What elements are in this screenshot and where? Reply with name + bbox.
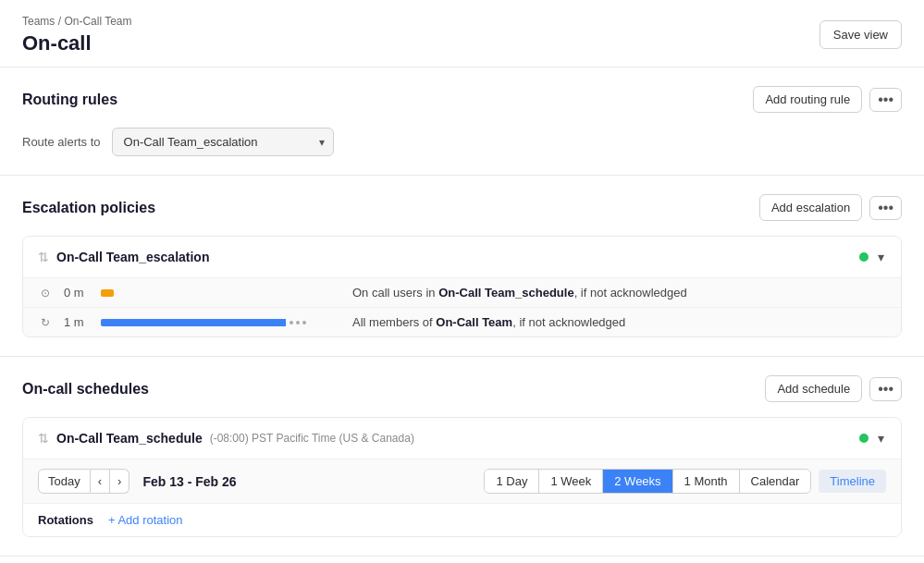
policy-header-right: ▾ bbox=[859, 248, 886, 266]
calendar-nav: Today ‹ › Feb 13 - Feb 26 1 Day 1 Week 2… bbox=[23, 459, 901, 503]
timeline-button[interactable]: Timeline bbox=[819, 470, 886, 493]
schedules-header: On-call schedules Add schedule ••• bbox=[22, 375, 902, 402]
routing-rules-section: Routing rules Add routing rule ••• Route… bbox=[0, 67, 924, 176]
title-area: Teams / On-Call Team On-call bbox=[22, 15, 132, 55]
schedules-title: On-call schedules bbox=[22, 381, 149, 398]
route-row: Route alerts to On-Call Team_escalation bbox=[22, 128, 902, 156]
breadcrumb-current: On-Call Team bbox=[64, 15, 131, 28]
route-select[interactable]: On-Call Team_escalation bbox=[112, 128, 334, 156]
save-view-button[interactable]: Save view bbox=[819, 20, 902, 49]
policy-row-2: ↻ 1 m All members of On-Call Team, if no… bbox=[23, 307, 901, 337]
add-escalation-button[interactable]: Add escalation bbox=[759, 194, 862, 221]
routing-rules-header: Routing rules Add routing rule ••• bbox=[22, 86, 902, 113]
row-description-1: On call users in On-Call Team_schedule, … bbox=[352, 286, 687, 300]
dot-2 bbox=[296, 321, 300, 324]
refresh-icon: ↻ bbox=[38, 316, 53, 329]
progress-dots bbox=[290, 321, 306, 324]
view-buttons: 1 Day 1 Week 2 Weeks 1 Month Calendar bbox=[484, 469, 811, 494]
schedule-header: ⇅ On-Call Team_schedule (-08:00) PST Pac… bbox=[23, 418, 901, 459]
route-select-wrapper: On-Call Team_escalation bbox=[112, 128, 334, 156]
page-title: On-call bbox=[22, 31, 132, 55]
clock-icon: ⊙ bbox=[38, 287, 53, 300]
policy-title: On-Call Team_escalation bbox=[56, 250, 209, 264]
breadcrumb: Teams / On-Call Team bbox=[22, 15, 132, 28]
schedule-status-dot bbox=[859, 434, 869, 443]
add-schedule-button[interactable]: Add schedule bbox=[765, 375, 862, 402]
escalation-policies-actions: Add escalation ••• bbox=[759, 194, 902, 221]
routing-rules-actions: Add routing rule ••• bbox=[753, 86, 902, 113]
policy-header: ⇅ On-Call Team_escalation ▾ bbox=[23, 237, 901, 277]
dot-3 bbox=[302, 321, 306, 324]
rotations-row: Rotations + Add rotation bbox=[23, 503, 901, 536]
policy-row-1: ⊙ 0 m On call users in On-Call Team_sche… bbox=[23, 277, 901, 307]
schedule-drag-icon: ⇅ bbox=[38, 431, 49, 446]
prev-arrow-button[interactable]: ‹ bbox=[91, 469, 110, 494]
progress-bar-2 bbox=[101, 319, 341, 326]
top-bar: Teams / On-Call Team On-call Save view bbox=[0, 0, 924, 67]
view-calendar-button[interactable]: Calendar bbox=[740, 470, 811, 493]
date-range: Feb 13 - Feb 26 bbox=[142, 474, 236, 489]
add-rotation-link[interactable]: + Add rotation bbox=[108, 513, 183, 527]
escalation-policies-section: Escalation policies Add escalation ••• ⇅… bbox=[0, 176, 924, 357]
dot-1 bbox=[290, 321, 293, 324]
policy-status-dot bbox=[859, 252, 869, 262]
breadcrumb-teams[interactable]: Teams bbox=[22, 15, 55, 28]
schedule-title-row: ⇅ On-Call Team_schedule (-08:00) PST Pac… bbox=[38, 431, 414, 446]
escalation-policies-more-button[interactable]: ••• bbox=[869, 196, 902, 220]
schedule-chevron-button[interactable]: ▾ bbox=[876, 429, 886, 447]
schedule-header-right: ▾ bbox=[859, 429, 886, 447]
schedules-more-button[interactable]: ••• bbox=[869, 377, 902, 401]
time-label-1: 0 m bbox=[64, 286, 90, 300]
schedule-title: On-Call Team_schedule bbox=[56, 431, 203, 446]
routing-rules-more-button[interactable]: ••• bbox=[869, 88, 902, 112]
orange-segment bbox=[101, 289, 114, 297]
policy-title-row: ⇅ On-Call Team_escalation bbox=[38, 250, 209, 264]
schedule-card: ⇅ On-Call Team_schedule (-08:00) PST Pac… bbox=[22, 417, 902, 537]
row-description-2: All members of On-Call Team, if not ackn… bbox=[352, 315, 625, 329]
progress-bar-1 bbox=[101, 289, 341, 297]
route-alerts-label: Route alerts to bbox=[22, 135, 101, 149]
routing-rules-title: Routing rules bbox=[22, 92, 117, 108]
escalation-policies-header: Escalation policies Add escalation ••• bbox=[22, 194, 902, 221]
drag-icon: ⇅ bbox=[38, 250, 49, 264]
today-button[interactable]: Today bbox=[38, 469, 91, 494]
view-2weeks-button[interactable]: 2 Weeks bbox=[603, 470, 672, 493]
view-1day-button[interactable]: 1 Day bbox=[485, 470, 539, 493]
time-label-2: 1 m bbox=[64, 315, 90, 329]
blue-bar bbox=[101, 319, 286, 326]
schedules-actions: Add schedule ••• bbox=[765, 375, 902, 402]
view-1month-button[interactable]: 1 Month bbox=[673, 470, 740, 493]
view-1week-button[interactable]: 1 Week bbox=[539, 470, 603, 493]
add-routing-rule-button[interactable]: Add routing rule bbox=[753, 86, 862, 113]
schedules-section: On-call schedules Add schedule ••• ⇅ On-… bbox=[0, 357, 924, 557]
next-arrow-button[interactable]: › bbox=[110, 469, 129, 494]
rotations-label: Rotations bbox=[38, 513, 93, 527]
policy-chevron-button[interactable]: ▾ bbox=[876, 248, 886, 266]
escalation-policy-card: ⇅ On-Call Team_escalation ▾ ⊙ 0 m On cal… bbox=[22, 236, 902, 337]
escalation-policies-title: Escalation policies bbox=[22, 200, 155, 216]
schedule-subtitle: (-08:00) PST Pacific Time (US & Canada) bbox=[210, 432, 414, 445]
